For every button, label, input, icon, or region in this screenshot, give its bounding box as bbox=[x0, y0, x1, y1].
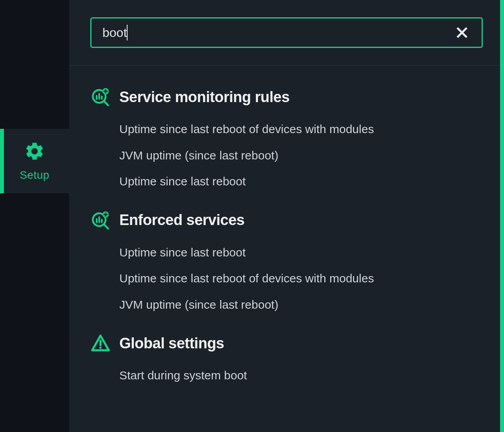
search-value: boot bbox=[102, 26, 127, 40]
sidebar-item-setup[interactable]: Setup bbox=[0, 129, 69, 193]
section-header[interactable]: Enforced services bbox=[90, 210, 483, 231]
section-header[interactable]: Service monitoring rules bbox=[90, 87, 483, 107]
result-section-enforced-services: Enforced services Uptime since last rebo… bbox=[90, 210, 483, 313]
svg-line-3 bbox=[104, 101, 108, 105]
svg-line-11 bbox=[104, 225, 108, 229]
search-area: boot bbox=[69, 0, 504, 66]
svg-point-19 bbox=[99, 346, 102, 349]
sidebar: Setup bbox=[0, 0, 69, 432]
section-items: Uptime since last reboot of devices with… bbox=[90, 121, 483, 190]
clear-search-button[interactable] bbox=[453, 24, 471, 41]
section-title: Global settings bbox=[119, 335, 224, 352]
result-link[interactable]: Start during system boot bbox=[119, 368, 483, 384]
section-title: Service monitoring rules bbox=[119, 89, 290, 106]
gear-icon bbox=[24, 141, 45, 162]
main-panel: boot bbox=[69, 0, 504, 432]
result-link[interactable]: Uptime since last reboot bbox=[119, 174, 483, 190]
search-box[interactable]: boot bbox=[90, 17, 483, 48]
accent-bar bbox=[500, 0, 504, 432]
search-input[interactable]: boot bbox=[102, 25, 453, 40]
sidebar-item-label: Setup bbox=[20, 169, 49, 181]
search-results: Service monitoring rules Uptime since la… bbox=[69, 66, 504, 420]
section-title: Enforced services bbox=[119, 212, 245, 229]
close-icon bbox=[455, 26, 469, 40]
section-header[interactable]: Global settings bbox=[90, 333, 483, 353]
magnify-chart-plus-icon bbox=[90, 210, 111, 231]
warning-triangle-icon bbox=[90, 333, 111, 353]
result-section-service-monitoring-rules: Service monitoring rules Uptime since la… bbox=[90, 87, 483, 190]
result-link[interactable]: JVM uptime (since last reboot) bbox=[119, 297, 483, 313]
result-link[interactable]: JVM uptime (since last reboot) bbox=[119, 148, 483, 164]
result-section-global-settings: Global settings Start during system boot bbox=[90, 333, 483, 384]
section-items: Uptime since last reboot Uptime since la… bbox=[90, 245, 483, 313]
result-link[interactable]: Uptime since last reboot of devices with… bbox=[119, 271, 483, 287]
text-cursor bbox=[127, 25, 128, 40]
magnify-chart-plus-icon bbox=[90, 87, 111, 107]
result-link[interactable]: Uptime since last reboot of devices with… bbox=[119, 121, 483, 137]
sidebar-spacer bbox=[0, 0, 69, 129]
result-link[interactable]: Uptime since last reboot bbox=[119, 245, 483, 261]
section-items: Start during system boot bbox=[90, 368, 483, 384]
